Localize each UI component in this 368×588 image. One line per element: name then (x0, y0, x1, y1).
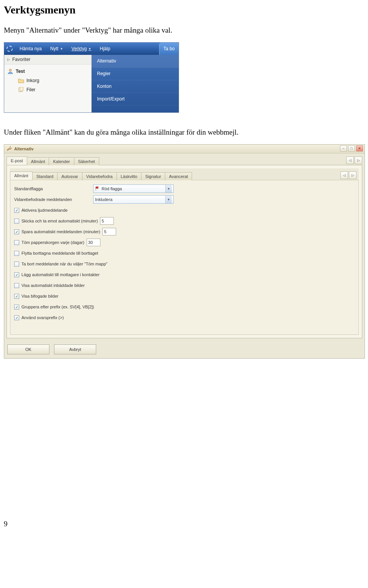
checkbox[interactable] (14, 219, 19, 224)
chevron-down-icon: ▼ (165, 185, 172, 193)
option-row: Skicka och ta emot automatiskt (minuter)… (13, 216, 355, 226)
option-label: Spara automatiskt meddelanden (minuter) (21, 229, 100, 234)
favorites-label: Favoriter (12, 57, 30, 62)
toolbar-hamta-nya[interactable]: Hämta nya (18, 44, 43, 53)
top-tabstrip: E-postAllmäntKalenderSäkerhet ◁ ▷ (4, 153, 365, 165)
dialog-buttons: OK Avbryt (4, 341, 365, 358)
checkbox[interactable] (14, 283, 19, 288)
tree-item-inkorg[interactable]: Inkorg (7, 76, 89, 85)
chevron-down-icon: ▼ (165, 196, 172, 203)
sub-tabstrip: AllmäntStandardAutosvarVidarebefodraLäsk… (10, 168, 359, 180)
option-label: Flytta borttagna meddelande till borttag… (21, 251, 98, 255)
maximize-button[interactable]: □ (348, 145, 355, 152)
option-label: Aktivera ljudmeddelande (21, 208, 67, 212)
checkbox[interactable]: ✓ (14, 315, 19, 320)
option-row: Ta bort meddelande när du väljer "Töm ma… (13, 259, 355, 269)
toolbar-right-tab[interactable]: Ta bo (159, 43, 179, 55)
top-tab-panel: AllmäntStandardAutosvarVidarebefodraLäsk… (7, 165, 362, 338)
verktyg-dropdown-menu: Alternativ Regler Konton Import/Export (92, 55, 179, 112)
checkbox[interactable] (14, 251, 19, 256)
screenshot-toolbar-menu: Hämta nya Nytt ▼ Verktyg ▼ Hjälp Ta bo ▷… (4, 42, 179, 113)
tree-root-test[interactable]: Test (7, 67, 89, 76)
scroll-right-button[interactable]: ▷ (349, 171, 356, 179)
loading-spinner-icon (7, 46, 13, 52)
dialog-titlebar: Alternativ – □ ✕ (4, 145, 365, 153)
dialog-title: Alternativ (14, 147, 34, 151)
menu-import-export[interactable]: Import/Export (92, 93, 179, 105)
expand-icon: ▷ (7, 58, 10, 61)
top-tab-allmänt[interactable]: Allmänt (27, 157, 49, 165)
label-vidarebefodrade: Vidarebefodrade meddelanden (14, 197, 91, 202)
page-title: Verktygsmenyn (4, 4, 364, 16)
top-tab-kalender[interactable]: Kalender (49, 157, 74, 165)
option-row: Flytta borttagna meddelande till borttag… (13, 248, 355, 259)
sub-tab-avancerat[interactable]: Avancerat (165, 172, 192, 180)
menu-regler[interactable]: Regler (92, 68, 179, 80)
checkbox[interactable]: ✓ (14, 208, 19, 213)
page-number: 9 (4, 520, 364, 528)
option-label: Töm papperskorgen varje (dagar) (21, 240, 84, 245)
option-row: ✓Lägg automatiskt till mottagare i konta… (13, 269, 355, 280)
sub-tab-signatur[interactable]: Signatur (141, 172, 165, 180)
sub-tab-allmänt[interactable]: Allmänt (10, 171, 33, 180)
toolbar-verktyg-label: Verktyg (71, 46, 87, 51)
toolbar-hjalp[interactable]: Hjälp (98, 44, 112, 53)
folder-icon (18, 77, 24, 84)
files-icon (18, 87, 24, 93)
screenshot-alternativ-dialog: Alternativ – □ ✕ E-postAllmäntKalenderSä… (4, 144, 365, 359)
flag-icon (95, 186, 100, 191)
checkbox[interactable]: ✓ (14, 305, 19, 310)
scroll-left-button[interactable]: ◁ (340, 171, 348, 179)
select-vidarebefodrade[interactable]: Inkludera ▼ (93, 195, 174, 204)
checkbox[interactable]: ✓ (14, 229, 19, 234)
menu-alternativ[interactable]: Alternativ (92, 55, 179, 68)
favorites-header[interactable]: ▷ Favoriter (4, 55, 91, 64)
option-label: Gruppera efter prefix (ex. SV[4], VB[2]) (21, 305, 94, 309)
toolbar-nytt-label: Nytt (50, 46, 58, 51)
sub-tab-autosvar[interactable]: Autosvar (57, 172, 82, 180)
top-tab-säkerhet[interactable]: Säkerhet (74, 157, 99, 165)
option-label: Ta bort meddelande när du väljer "Töm ma… (21, 262, 107, 266)
option-row: ✓Visa bifogade bilder (13, 291, 355, 301)
option-row: ✓Spara automatiskt meddelanden (minuter)… (13, 226, 355, 237)
close-button[interactable]: ✕ (356, 145, 363, 152)
intro-text-1: Menyn "Alternativ" under "Verktyg" har m… (4, 26, 364, 35)
ok-button[interactable]: OK (7, 344, 49, 354)
option-row: ✓Gruppera efter prefix (ex. SV[4], VB[2]… (13, 301, 355, 312)
option-row: ✓Aktivera ljudmeddelande (13, 205, 355, 216)
menu-konton[interactable]: Konton (92, 80, 179, 93)
settings-panel: Standardflagga Röd flagga ▼ Vidarebefodr… (10, 180, 359, 335)
option-label: Använd svarsprefix (>) (21, 315, 64, 320)
select-value: Inkludera (95, 197, 112, 202)
checkbox[interactable] (14, 262, 19, 267)
sub-tab-standard[interactable]: Standard (32, 172, 58, 180)
select-value: Röd flagga (102, 186, 122, 191)
option-row: Töm papperskorgen varje (dagar)30 (13, 237, 355, 248)
checkbox[interactable]: ✓ (14, 294, 19, 299)
toolbar-verktyg[interactable]: Verktyg ▼ (70, 44, 93, 53)
checkbox[interactable]: ✓ (14, 272, 19, 277)
sub-tab-läskvitto[interactable]: Läskvitto (117, 172, 141, 180)
number-input[interactable]: 30 (87, 239, 100, 246)
checkbox[interactable] (14, 240, 19, 245)
option-row: ✓Använd svarsprefix (>) (13, 312, 355, 323)
option-label: Skicka och ta emot automatiskt (minuter) (21, 219, 98, 223)
number-input[interactable]: 5 (100, 217, 114, 225)
scroll-left-button[interactable]: ◁ (346, 156, 354, 164)
scroll-right-button[interactable]: ▷ (355, 156, 362, 164)
row-standardflagga: Standardflagga Röd flagga ▼ (13, 183, 355, 194)
select-standardflagga[interactable]: Röd flagga ▼ (93, 184, 174, 193)
tree-item-filer[interactable]: Filer (7, 85, 89, 94)
sub-tab-vidarebefodra[interactable]: Vidarebefodra (82, 172, 117, 180)
toolbar-nytt[interactable]: Nytt ▼ (49, 44, 64, 53)
number-input[interactable]: 5 (102, 228, 116, 236)
top-tab-e-post[interactable]: E-post (7, 156, 27, 165)
option-label: Visa bifogade bilder (21, 294, 58, 298)
tree-item-label: Filer (26, 87, 35, 92)
tree-root-label: Test (16, 69, 25, 74)
cancel-button[interactable]: Avbryt (54, 344, 96, 354)
minimize-button[interactable]: – (340, 145, 347, 152)
label-standardflagga: Standardflagga (14, 186, 91, 191)
tree-item-label: Inkorg (26, 78, 39, 83)
svg-rect-2 (20, 87, 23, 91)
